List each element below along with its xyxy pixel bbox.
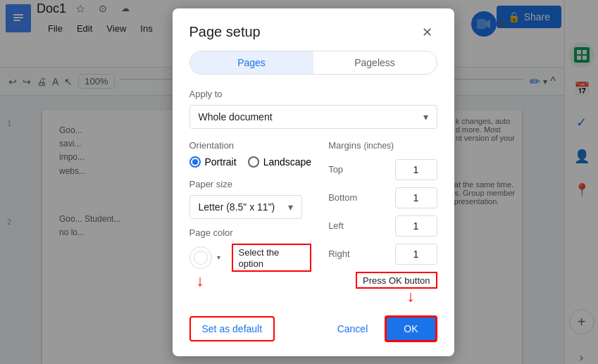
margin-bottom-row: Bottom [328,187,437,208]
margin-right-row: Right [328,244,437,265]
bottom-input[interactable] [395,187,437,208]
cancel-button[interactable]: Cancel [326,318,380,340]
apply-to-dropdown[interactable]: Whole document ▾ [189,105,437,129]
ok-button[interactable]: OK [385,315,437,342]
apply-to-label: Apply to [189,89,437,99]
tab-pages[interactable]: Pages [190,51,313,74]
page-color-label: Page color [189,227,312,238]
top-input[interactable] [395,159,437,180]
ok-arrow-down: ↓ [407,289,415,304]
portrait-radio[interactable] [189,156,201,168]
arrow-down-icon: ↓ [197,273,312,289]
paper-size-value: Letter (8.5" x 11") [199,201,275,213]
select-option-annotation: Select the option [232,244,312,272]
set-default-button[interactable]: Set as default [189,316,275,341]
right-column: Margins (inches) Top Bottom Left R [328,140,437,304]
top-label: Top [328,164,363,175]
paper-size-chevron: ▾ [288,201,293,213]
landscape-option[interactable]: Landscape [248,156,312,168]
press-ok-annotation: Press OK button [356,272,437,289]
apply-to-value: Whole document [199,111,273,123]
portrait-option[interactable]: Portrait [189,156,237,168]
margin-left-row: Left [328,215,437,237]
landscape-label: Landscape [263,156,312,168]
left-input[interactable] [395,215,437,237]
ok-annotation-area: Press OK button ↓ [328,272,437,304]
margin-top-row: Top [328,159,437,180]
orientation-row: Portrait Landscape [189,156,312,168]
color-swatch-container[interactable]: ▾ [189,246,226,269]
dialog-tabs: Pages Pageless [189,51,437,75]
paper-size-dropdown[interactable]: Letter (8.5" x 11") ▾ [189,195,302,219]
page-color-area: ▾ Select the option ↓ [189,244,312,289]
footer-right: Cancel OK [326,315,437,342]
right-input[interactable] [395,244,437,265]
dialog-header: Page setup ✕ [173,8,454,51]
color-and-annotation: ▾ Select the option [189,244,312,272]
landscape-radio[interactable] [248,156,259,168]
color-dropdown-btn[interactable]: ▾ [212,251,226,265]
dialog-footer: Set as default Cancel OK [173,304,454,356]
paper-size-label: Paper size [189,179,312,189]
tab-pageless[interactable]: Pageless [313,51,437,74]
page-setup-dialog: Page setup ✕ Pages Pageless Apply to Who… [173,8,454,356]
apply-to-chevron: ▾ [423,111,428,123]
margins-label: Margins [328,140,361,151]
margins-unit: (inches) [363,141,394,151]
portrait-label: Portrait [205,156,237,168]
margins-header: Margins (inches) [328,140,437,151]
color-swatch[interactable] [189,246,212,269]
dialog-body: Apply to Whole document ▾ Orientation Po… [173,89,454,304]
select-option-text: Select the option [239,247,280,269]
press-ok-text: Press OK button [363,275,430,286]
left-column: Orientation Portrait Landscape Paper siz… [189,140,312,304]
orientation-label: Orientation [189,140,312,151]
bottom-label: Bottom [328,192,363,203]
two-column-layout: Orientation Portrait Landscape Paper siz… [189,140,437,304]
dialog-title: Page setup [189,24,261,40]
left-label: Left [328,220,363,231]
right-label: Right [328,249,363,259]
color-inner [194,251,208,265]
close-button[interactable]: ✕ [418,23,437,42]
